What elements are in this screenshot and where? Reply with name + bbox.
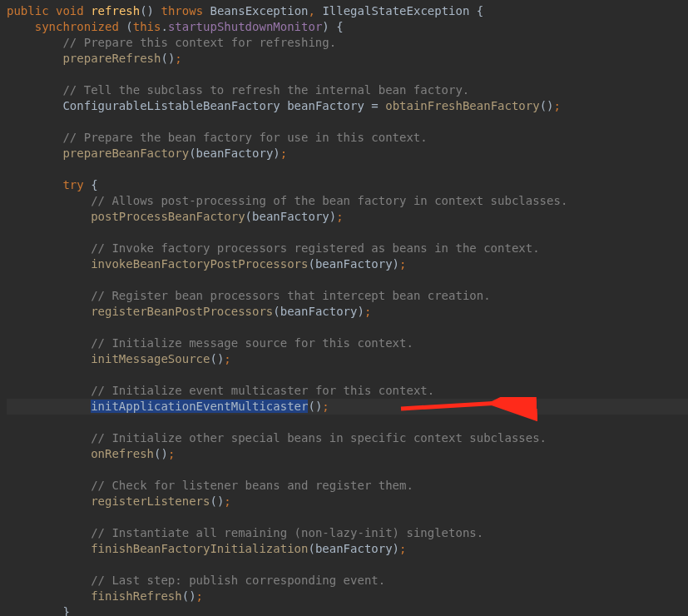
blank-line [7,225,688,241]
paren-open: ( [273,305,280,318]
call-postProcessBeanFactory: postProcessBeanFactory [91,210,245,223]
arg: beanFactory [280,305,358,318]
semicolon: ; [399,257,406,271]
comment: // Check for listener beans and register… [91,479,413,492]
code-line: // Last step: publish corresponding even… [7,573,688,589]
paren-close: ) [329,210,336,223]
code-line: public void refresh() throws BeansExcept… [7,3,688,19]
call-initMessageSource: initMessageSource [91,352,210,365]
keyword-this: this [133,20,161,33]
semicolon: ; [322,400,329,413]
call-finishRefresh: finishRefresh [91,589,182,603]
code-line: // Allows post-processing of the bean fa… [7,193,688,209]
code-line: ConfigurableListableBeanFactory beanFact… [7,98,688,114]
parens: () [140,4,154,17]
call-registerBeanPostProcessors: registerBeanPostProcessors [91,305,273,318]
semicolon: ; [168,447,175,460]
code-line: initMessageSource(); [7,351,688,367]
blank-line [7,462,688,478]
keyword-try: try [62,178,83,191]
comment: // Invoke factory processors registered … [91,241,539,255]
paren-close: ) [273,147,280,160]
arg: beanFactory [252,210,329,223]
code-line: prepareBeanFactory(beanFactory); [7,146,688,161]
semicolon: ; [399,542,406,555]
blank-line [7,161,688,177]
blank-line [7,367,688,383]
brace-close: } [62,605,69,616]
eq: = [371,99,378,112]
code-line: // Prepare the bean factory for use in t… [7,130,688,146]
paren-close: ) [357,305,364,318]
code-line: // Initialize event multicaster for this… [7,383,688,399]
semicolon: ; [280,147,287,160]
comment: // Last step: publish corresponding even… [91,574,385,587]
semicolon: ; [554,99,561,112]
blank-line [7,415,688,430]
code-line: postProcessBeanFactory(beanFactory); [7,209,688,225]
code-line: // Invoke factory processors registered … [7,241,688,256]
paren-open: ( [308,542,314,555]
semicolon: ; [224,494,230,508]
method-refresh: refresh [91,4,140,17]
semicolon: ; [336,210,343,223]
code-line: } [7,604,688,616]
parens: () [540,99,554,112]
paren-close: ) [393,257,399,271]
comment: // Initialize other special beans in spe… [91,431,547,445]
comment: // Instantiate all remaining (non-lazy-i… [91,526,483,539]
exception-1: BeansException [210,4,309,17]
keyword-synchronized: synchronized [35,20,119,33]
selected-method: initApplicationEventMulticaster [91,400,308,413]
blank-line [7,557,688,573]
code-line: // Register bean processors that interce… [7,288,688,304]
parens: () [182,589,196,603]
arg: beanFactory [315,542,393,555]
call-onRefresh: onRefresh [91,447,154,460]
comment: // Tell the subclass to refresh the inte… [62,83,469,97]
call-prepareRefresh: prepareRefresh [62,52,161,65]
field-monitor: startupShutdownMonitor [168,20,322,33]
code-line: invokeBeanFactoryPostProcessors(beanFact… [7,256,688,272]
paren-close: ) [393,542,399,555]
code-line: // Initialize other special beans in spe… [7,430,688,446]
semicolon: ; [175,52,181,65]
semicolon: ; [196,589,203,603]
call-prepareBeanFactory: prepareBeanFactory [62,147,189,160]
comment: // Initialize event multicaster for this… [91,384,434,397]
keyword-void: void [56,4,84,17]
call-obtainFreshBeanFactory: obtainFreshBeanFactory [385,99,539,112]
paren-close: ) [322,20,329,33]
code-line: prepareRefresh(); [7,51,688,67]
code-line: synchronized (this.startupShutdownMonito… [7,19,688,35]
call-finishBeanFactoryInitialization: finishBeanFactoryInitialization [91,542,308,555]
comment: // Allows post-processing of the bean fa… [91,194,567,207]
comment: // Prepare this context for refreshing. [62,36,336,49]
blank-line [7,509,688,525]
keyword-throws: throws [161,4,203,17]
parens: () [210,494,224,508]
exception-2: IllegalStateException [322,4,469,17]
code-line: // Check for listener beans and register… [7,478,688,494]
code-line: finishBeanFactoryInitialization(beanFact… [7,541,688,557]
code-editor[interactable]: public void refresh() throws BeansExcept… [0,0,688,616]
call-invokeBeanFactoryPostProcessors: invokeBeanFactoryPostProcessors [91,257,308,271]
arg: beanFactory [196,147,274,160]
code-line: // Initialize message source for this co… [7,335,688,351]
parens: () [161,52,175,65]
semicolon: ; [364,305,371,318]
blank-line [7,67,688,82]
parens: () [154,447,168,460]
code-line: // Instantiate all remaining (non-lazy-i… [7,525,688,541]
keyword-public: public [7,4,49,17]
comment: // Initialize message source for this co… [91,336,413,350]
var: beanFactory [287,99,364,112]
call-registerListeners: registerListeners [91,494,210,508]
parens: () [210,352,224,365]
blank-line [7,320,688,335]
blank-line [7,114,688,130]
code-line: // Tell the subclass to refresh the inte… [7,82,688,98]
paren-open: ( [308,257,314,271]
arg: beanFactory [315,257,393,271]
brace: { [91,178,97,191]
